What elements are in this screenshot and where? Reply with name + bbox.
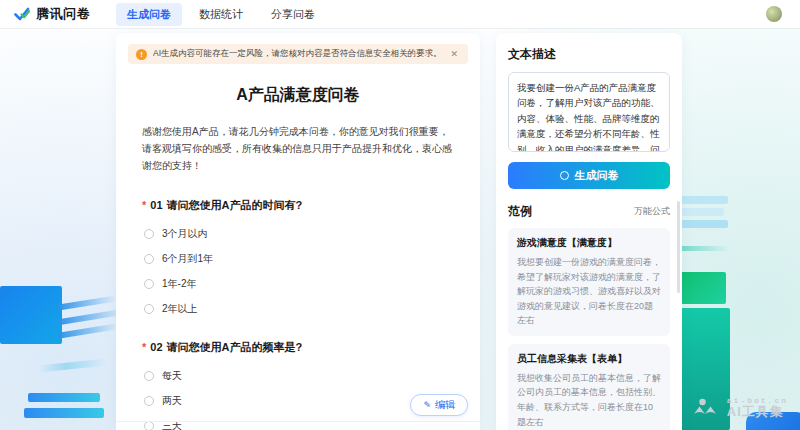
option-label: 3个月以内	[162, 227, 208, 241]
generate-survey-button[interactable]: 生成问卷	[508, 162, 670, 189]
pencil-icon: ✎	[423, 400, 431, 410]
option-row[interactable]: 1年-2年	[144, 277, 454, 291]
option-row[interactable]: 6个月到1年	[144, 252, 454, 266]
watermark-name: AI工具集	[727, 405, 788, 420]
example-title: 游戏满意度【满意度】	[517, 236, 617, 250]
watermark-text: ai-bot.cn AI工具集	[727, 396, 788, 420]
required-mark: *	[142, 199, 146, 211]
tab-generate-survey[interactable]: 生成问卷	[116, 3, 182, 26]
example-card-game-satisfaction[interactable]: 游戏满意度【满意度】 我想要创建一份游戏的满意度问卷，希望了解玩家对该游戏的满意…	[508, 228, 670, 336]
user-avatar[interactable]	[766, 6, 782, 22]
question-1-options: 3个月以内 6个月到1年 1年-2年 2年以上	[144, 227, 454, 316]
radio-icon[interactable]	[144, 229, 154, 239]
option-label: 两天	[162, 394, 182, 408]
formula-link[interactable]: 万能公式	[634, 205, 670, 218]
decor-stripe	[678, 208, 724, 216]
examples-header: 范例 万能公式	[508, 203, 670, 220]
required-mark: *	[142, 341, 146, 353]
example-card-employee-form[interactable]: 员工信息采集表【表单】 我想收集公司员工的基本信息，了解公司内员工的基本信息，包…	[508, 344, 670, 430]
option-row[interactable]: 3个月以内	[144, 227, 454, 241]
tab-share-survey[interactable]: 分享问卷	[260, 3, 326, 26]
decor-stripe	[58, 323, 118, 339]
decor-streak	[678, 246, 730, 251]
option-label: 2年以上	[162, 302, 198, 316]
question-2-head: * 02 请问您使用A产品的频率是?	[142, 340, 454, 355]
decor-green-box	[678, 272, 726, 304]
example-title: 员工信息采集表【表单】	[517, 352, 627, 366]
generate-icon	[560, 171, 569, 180]
sidebar-scrollbar[interactable]	[677, 201, 680, 293]
option-label: 每天	[162, 369, 182, 383]
radio-icon[interactable]	[144, 421, 154, 430]
question-2: * 02 请问您使用A产品的频率是? 每天 两天 三天 一星期	[142, 340, 454, 430]
generate-button-label: 生成问卷	[575, 168, 619, 183]
decor-stripe	[678, 196, 728, 204]
decor-blue-cube	[0, 286, 62, 344]
nav-tabs: 生成问卷 数据统计 分享问卷	[116, 3, 326, 26]
radio-icon[interactable]	[144, 304, 154, 314]
decor-blue-bar	[24, 408, 104, 418]
option-row[interactable]: 两天	[144, 394, 454, 408]
decor-stripe	[678, 220, 728, 228]
radio-icon[interactable]	[144, 279, 154, 289]
examples-title: 范例	[508, 203, 532, 220]
option-label: 6个月到1年	[162, 252, 213, 266]
ai-bot-logo-icon	[694, 398, 720, 418]
survey-description: 感谢您使用A产品，请花几分钟完成本问卷，你的意见对我们很重要，请客观填写你的感受…	[142, 123, 454, 174]
survey-preview-panel: ! AI生成内容可能存在一定风险，请您核对内容是否符合信息安全相关的要求。 ✕ …	[116, 33, 480, 430]
ai-risk-warning-banner: ! AI生成内容可能存在一定风险，请您核对内容是否符合信息安全相关的要求。 ✕	[128, 44, 468, 64]
question-number: 01	[150, 199, 162, 211]
edit-button[interactable]: ✎ 编辑	[410, 394, 468, 416]
tab-data-statistics[interactable]: 数据统计	[188, 3, 254, 26]
option-row[interactable]: 2年以上	[144, 302, 454, 316]
radio-icon[interactable]	[144, 254, 154, 264]
option-row[interactable]: 每天	[144, 369, 454, 383]
ai-bot-watermark: ai-bot.cn AI工具集	[694, 396, 788, 420]
example-body: 我想收集公司员工的基本信息，了解公司内员工的基本信息，包括性别、年龄、联系方式等…	[517, 371, 661, 429]
decor-stripe	[58, 295, 116, 310]
survey-title: A产品满意度问卷	[116, 85, 480, 106]
warning-icon: !	[136, 49, 147, 60]
prompt-section-title: 文本描述	[508, 46, 670, 63]
radio-icon[interactable]	[144, 396, 154, 406]
top-navbar: 腾讯问卷 生成问卷 数据统计 分享问卷	[0, 0, 800, 28]
question-1-head: * 01 请问您使用A产品的时间有?	[142, 198, 454, 213]
prompt-textarea[interactable]: 我要创建一份A产品的产品满意度问卷，了解用户对该产品的功能、内容、体验、性能、品…	[508, 72, 670, 152]
edit-button-label: 编辑	[435, 398, 455, 412]
question-text: 请问您使用A产品的时间有?	[167, 198, 303, 213]
decor-blue-bar	[28, 393, 100, 402]
radio-icon[interactable]	[144, 371, 154, 381]
close-icon[interactable]: ✕	[448, 47, 460, 61]
decor-streak	[38, 358, 108, 372]
question-number: 02	[150, 341, 162, 353]
warning-text: AI生成内容可能存在一定风险，请您核对内容是否符合信息安全相关的要求。	[153, 48, 442, 60]
footer-divider	[116, 421, 480, 422]
option-label: 1年-2年	[162, 277, 196, 291]
app-title: 腾讯问卷	[36, 5, 90, 23]
app-logo[interactable]: 腾讯问卷	[14, 5, 90, 23]
example-body: 我想要创建一份游戏的满意度问卷，希望了解玩家对该游戏的满意度，了解玩家的游戏习惯…	[517, 255, 661, 328]
logo-check-icon	[14, 6, 30, 22]
generation-sidebar: 文本描述 我要创建一份A产品的产品满意度问卷，了解用户对该产品的功能、内容、体验…	[496, 33, 682, 430]
question-text: 请问您使用A产品的频率是?	[167, 340, 303, 355]
question-1: * 01 请问您使用A产品的时间有? 3个月以内 6个月到1年 1年-2年 2年…	[142, 198, 454, 316]
